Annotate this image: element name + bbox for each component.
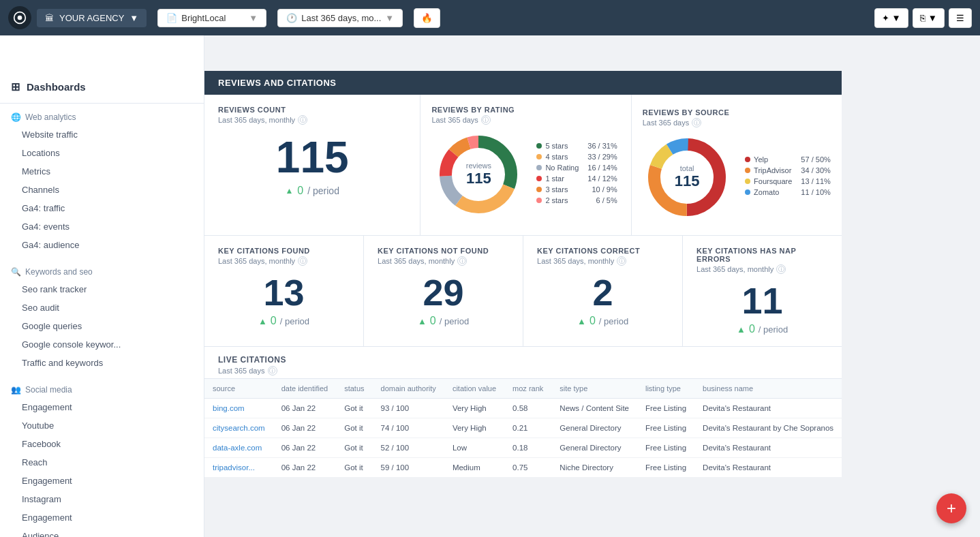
live-citations-title: LIVE CITATIONS [218,355,828,365]
legend-dot-4stars [536,154,542,159]
sidebar-item-google-queries[interactable]: Google queries [0,317,204,335]
fire-icon: 🔥 [421,13,433,23]
cell-date: 06 Jan 22 [273,399,337,418]
cell-date: 06 Jan 22 [273,418,337,438]
share-button[interactable]: ⎘ ▼ [913,8,945,28]
sidebar-item-traffic-and-keywords[interactable]: Traffic and keywords [0,354,204,372]
sidebar-group-keywords-seo[interactable]: 🔍 Keywords and seo [0,262,204,280]
reviews-top-row: REVIEWS COUNT Last 365 days, monthly ⓘ 1… [204,95,842,236]
source-link[interactable]: tripadvisor... [213,463,255,472]
sidebar-item-youtube[interactable]: Youtube [0,416,204,435]
cell-citation-value: Very High [444,418,504,438]
topbar-right: ✦ ▼ ⎘ ▼ ☰ [874,8,972,28]
reviews-by-source-center: total 115 [675,164,700,190]
col-source: source [204,379,273,399]
sidebar-section-web-analytics: 🌐 Web analytics Website traffic Location… [0,104,204,258]
cell-domain-authority: 52 / 100 [373,438,444,458]
citations-nap-errors-number: 11 [696,282,828,319]
sidebar-item-ga4-events[interactable]: Ga4: events [0,217,204,236]
col-moz-rank: moz rank [504,379,551,399]
legend-dot-norating [536,165,542,170]
period-selector[interactable]: 🕐 Last 365 days, mo... ▼ [277,9,403,27]
citations-correct-subtitle: Last 365 days, monthly ⓘ [537,256,669,266]
sidebar-item-channels[interactable]: Channels [0,181,204,199]
sidebar-item-ga4-traffic[interactable]: Ga4: traffic [0,199,204,217]
sidebar-item-seo-audit[interactable]: Seo audit [0,298,204,317]
menu-icon: ☰ [956,13,964,23]
citations-found-delta: 0 [271,315,277,327]
sidebar-group-web-analytics[interactable]: 🌐 Web analytics [0,108,204,125]
sidebar-group-social-media[interactable]: 👥 Social media [0,380,204,398]
sidebar-item-instagram[interactable]: Instagram [0,490,204,508]
cell-moz-rank: 0.75 [504,458,551,478]
sidebar-section-keywords-seo: 🔍 Keywords and seo Seo rank tracker Seo … [0,258,204,376]
citations-correct-info[interactable]: ⓘ [617,256,626,266]
fab-add-button[interactable]: + [936,493,966,523]
legend-item-foursquare: Foursquare 13 / 11% [745,177,831,185]
cell-source: bing.com [204,399,273,418]
source-link[interactable]: bing.com [213,404,245,412]
settings-caret: ▼ [892,13,901,23]
sidebar-item-locations[interactable]: Locations [0,144,204,162]
cell-status: Got it [336,418,372,438]
reviews-count-card: REVIEWS COUNT Last 365 days, monthly ⓘ 1… [204,95,420,235]
social-media-label: Social media [25,385,72,395]
fire-button[interactable]: 🔥 [414,8,440,28]
cell-moz-rank: 0.58 [504,399,551,418]
reviews-by-rating-center: reviews 115 [466,162,491,187]
reviews-by-source-info[interactable]: ⓘ [692,118,701,127]
agency-selector[interactable]: 🏛 YOUR AGENCY ▼ [37,9,147,27]
sidebar-item-metrics[interactable]: Metrics [0,162,204,181]
citations-correct-card: KEY CITATIONS CORRECT Last 365 days, mon… [523,236,683,346]
settings-icon: ✦ [882,13,889,23]
cell-listing-type: Free Listing [637,438,694,458]
sidebar-item-seo-rank-tracker[interactable]: Seo rank tracker [0,280,204,298]
citations-nap-errors-card: KEY CITATIONS HAS NAP ERRORS Last 365 da… [683,236,842,346]
cell-domain-authority: 59 / 100 [373,458,444,478]
cell-status: Got it [336,399,372,418]
sidebar-header: ⊞ Dashboards [0,71,204,104]
client-icon: 📄 [166,13,177,23]
citations-found-period: ▲ 0 / period [218,315,350,327]
reviews-by-source-card: REVIEWS BY SOURCE Last 365 days ⓘ [632,95,842,235]
cell-status: Got it [336,458,372,478]
sidebar-item-audience[interactable]: Audience [0,527,204,537]
legend-dot-tripadvisor [745,168,750,173]
sidebar-item-reach[interactable]: Reach [0,453,204,472]
sidebar-item-facebook[interactable]: Facebook [0,435,204,453]
sidebar-item-engagement[interactable]: Engagement [0,398,204,416]
col-date: date identified [273,379,337,399]
menu-button[interactable]: ☰ [949,8,972,28]
sidebar-item-engagement3[interactable]: Engagement [0,508,204,527]
source-link[interactable]: data-axle.com [213,444,262,452]
citations-correct-number: 2 [537,274,669,311]
citations-nap-errors-info[interactable]: ⓘ [776,264,786,274]
main-content: REVIEWS AND CITATIONS REVIEWS COUNT Last… [204,35,842,537]
cell-business-name: Devita's Restaurant [694,458,842,478]
cell-listing-type: Free Listing [637,458,694,478]
citations-not-found-info[interactable]: ⓘ [457,256,467,266]
citations-found-number: 13 [218,274,350,311]
source-link[interactable]: citysearch.com [213,424,265,432]
table-row: citysearch.com 06 Jan 22 Got it 74 / 100… [204,418,842,438]
cell-citation-value: Medium [444,458,504,478]
table-header-row: source date identified status domain aut… [204,379,842,399]
citations-nap-errors-delta: 0 [749,323,755,335]
sidebar-item-website-traffic[interactable]: Website traffic [0,125,204,144]
reviews-count-delta: 0 [297,185,303,197]
sidebar-item-engagement2[interactable]: Engagement [0,472,204,490]
citations-found-info[interactable]: ⓘ [298,256,307,266]
live-citations-info[interactable]: ⓘ [268,366,277,375]
reviews-by-rating-info[interactable]: ⓘ [481,115,491,125]
cell-source: citysearch.com [204,418,273,438]
live-citations-subtitle: Last 365 days ⓘ [218,366,828,375]
client-selector[interactable]: 📄 BrightLocal ▼ [157,9,266,27]
agency-label: YOUR AGENCY [59,13,124,23]
sidebar-item-google-console-keywords[interactable]: Google console keywor... [0,335,204,354]
reviews-count-info[interactable]: ⓘ [298,115,307,125]
settings-button[interactable]: ✦ ▼ [874,8,908,28]
live-citations-table: source date identified status domain aut… [204,379,842,478]
cell-date: 06 Jan 22 [273,458,337,478]
reviews-count-period: ▲ 0 / period [218,185,406,197]
sidebar-item-ga4-audience[interactable]: Ga4: audience [0,236,204,254]
